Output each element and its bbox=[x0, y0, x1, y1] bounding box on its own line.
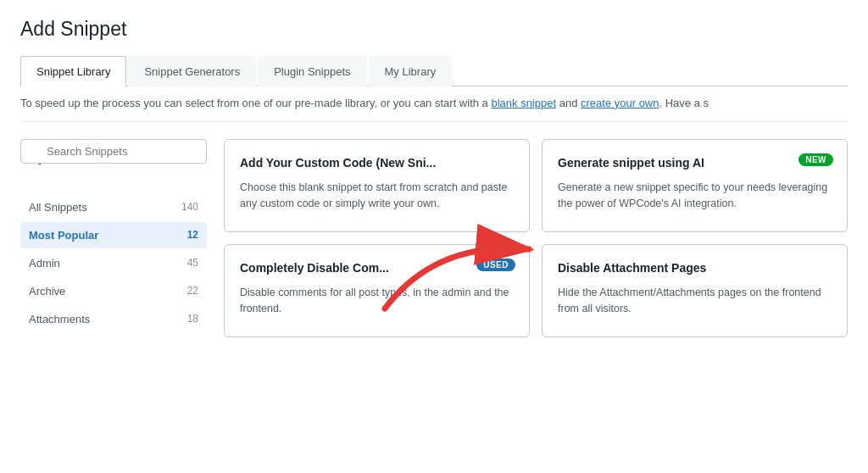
tabs-bar: Snippet Library Snippet Generators Plugi… bbox=[20, 56, 848, 86]
sidebar-item-admin[interactable]: Admin 45 bbox=[20, 250, 207, 276]
tab-snippet-library[interactable]: Snippet Library bbox=[20, 56, 126, 86]
search-input[interactable] bbox=[20, 139, 207, 164]
info-bar: To speed up the process you can select f… bbox=[20, 86, 848, 122]
sidebar-item-archive[interactable]: Archive 22 bbox=[20, 278, 207, 304]
sidebar: 🔍 All Snippets 140 Most Popular 12 Admin… bbox=[20, 139, 224, 337]
sidebar-item-all-snippets[interactable]: All Snippets 140 bbox=[20, 194, 207, 220]
tab-my-library[interactable]: My Library bbox=[369, 56, 453, 86]
tab-plugin-snippets[interactable]: Plugin Snippets bbox=[258, 56, 366, 86]
sidebar-item-attachments[interactable]: Attachments 18 bbox=[20, 306, 207, 332]
badge-used: USED bbox=[476, 259, 515, 271]
badge-new: NEW bbox=[798, 153, 833, 166]
blank-snippet-link[interactable]: blank snippet bbox=[491, 97, 556, 109]
card-disable-attachment[interactable]: Disable Attachment Pages Hide the Attach… bbox=[542, 244, 848, 337]
card-custom-code[interactable]: Add Your Custom Code (New Sni... Choose … bbox=[224, 139, 530, 232]
card-disable-comments[interactable]: USED Completely Disable Com... Disable c… bbox=[224, 244, 530, 337]
page-title: Add Snippet bbox=[20, 17, 848, 42]
cards-area: Add Your Custom Code (New Sni... Choose … bbox=[224, 139, 848, 337]
search-wrapper: 🔍 bbox=[20, 139, 207, 179]
tab-snippet-generators[interactable]: Snippet Generators bbox=[128, 56, 256, 86]
sidebar-item-most-popular[interactable]: Most Popular 12 bbox=[20, 222, 207, 248]
create-your-own-link[interactable]: create your own bbox=[581, 97, 659, 109]
main-content: 🔍 All Snippets 140 Most Popular 12 Admin… bbox=[20, 122, 848, 337]
card-generate-ai[interactable]: NEW Generate snippet using AI Generate a… bbox=[542, 139, 848, 232]
